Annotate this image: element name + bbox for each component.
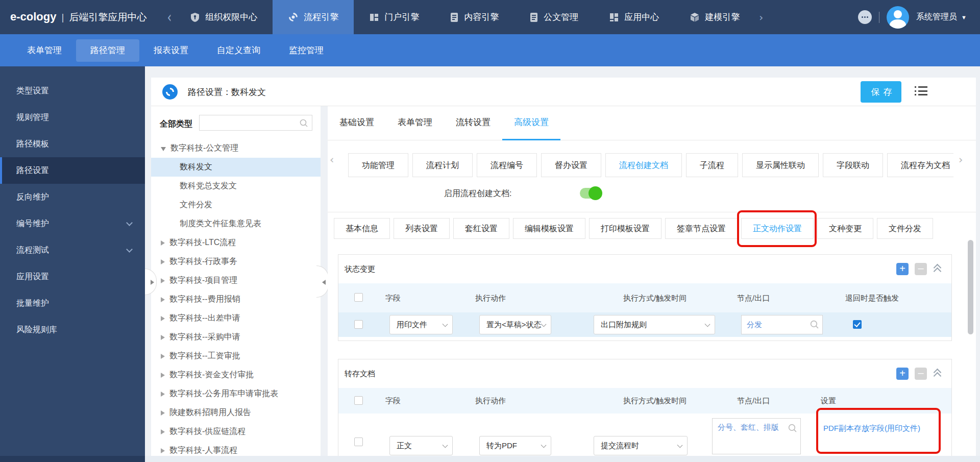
field-select[interactable]: 正文 — [389, 436, 453, 455]
caret-right-icon[interactable] — [161, 240, 165, 246]
collapse-section-icon[interactable] — [933, 368, 944, 379]
row-checkbox[interactable] — [354, 437, 363, 446]
tree-node-selected[interactable]: 数科发文 — [151, 158, 321, 177]
modulenav-item-form[interactable]: 表单管理 — [13, 39, 76, 62]
nav-forward-icon[interactable]: › — [755, 11, 767, 23]
tree-node[interactable]: 数字科技-供应链流程 — [151, 422, 321, 441]
subtab-field-linkage[interactable]: 字段联动 — [823, 153, 883, 177]
topnav-item-portal[interactable]: 门户引擎 — [354, 0, 434, 34]
tree-node[interactable]: 文件分发 — [151, 196, 321, 214]
topnav-item-content[interactable]: 内容引擎 — [434, 0, 514, 34]
doctab-edit-template[interactable]: 编辑模板设置 — [513, 218, 585, 239]
node-search-input[interactable]: 分发 — [741, 315, 823, 334]
select-all-checkbox[interactable] — [354, 396, 363, 405]
field-select[interactable]: 用印文件 — [389, 315, 453, 334]
doctab-basic-info[interactable]: 基本信息 — [334, 218, 390, 239]
tree-node[interactable]: 陕建数科招聘用人报告 — [151, 403, 321, 422]
enable-doc-toggle[interactable] — [580, 188, 601, 199]
tree-node[interactable]: 数字科技-LTC流程 — [151, 233, 321, 252]
subtab-flow-plan[interactable]: 流程计划 — [412, 153, 473, 177]
caret-right-icon[interactable] — [161, 297, 165, 302]
tree-node[interactable]: 数字科技-项目管理 — [151, 271, 321, 290]
topnav-item-workflow[interactable]: 流程引擎 — [273, 0, 354, 34]
sidebar-item-reverse-maint[interactable]: 反向维护 — [0, 184, 145, 210]
caret-right-icon[interactable] — [161, 429, 165, 434]
collapse-section-icon[interactable] — [933, 263, 944, 275]
subtab-save-as-doc[interactable]: 流程存为文档 — [887, 153, 953, 177]
tree-node[interactable]: 数字科技--出差申请 — [151, 309, 321, 328]
user-menu-caret-icon[interactable]: ▼ — [961, 14, 967, 20]
trigger-checkbox[interactable] — [853, 320, 862, 329]
more-options-icon[interactable] — [858, 10, 872, 24]
caret-right-icon[interactable] — [161, 278, 165, 283]
topnav-item-modeling[interactable]: 建模引擎 — [674, 0, 755, 34]
remove-row-button[interactable]: – — [915, 263, 927, 275]
doctab-list-settings[interactable]: 列表设置 — [394, 218, 450, 239]
method-select[interactable]: 出口附加规则 — [594, 315, 715, 334]
tab-form-mgmt[interactable]: 表单管理 — [386, 106, 444, 140]
caret-right-icon[interactable] — [161, 448, 165, 453]
modulenav-item-custom-query[interactable]: 自定义查询 — [203, 39, 275, 62]
doctab-body-action[interactable]: 正文动作设置 — [741, 218, 814, 239]
caret-right-icon[interactable] — [161, 259, 165, 264]
row-checkbox[interactable] — [354, 320, 363, 329]
caret-right-icon[interactable] — [161, 335, 165, 340]
tree-node[interactable]: 数字科技-资金支付审批 — [151, 366, 321, 384]
tree-node[interactable]: 制度类文件征集意见表 — [151, 214, 321, 233]
tree-search-input[interactable] — [199, 115, 312, 131]
doctab-doctype-change[interactable]: 文种变更 — [817, 218, 873, 239]
remove-row-button[interactable]: – — [915, 368, 927, 380]
sidebar-item-rule-mgmt[interactable]: 规则管理 — [0, 104, 145, 131]
add-row-button[interactable]: + — [896, 368, 909, 380]
tree-node[interactable]: 数字科技--工资审批 — [151, 347, 321, 366]
topnav-item-official-doc[interactable]: 公文管理 — [514, 0, 594, 34]
tree-node[interactable]: 数字科技--采购申请 — [151, 328, 321, 347]
tab-flow-settings[interactable]: 流转设置 — [444, 106, 502, 140]
subtab-flow-number[interactable]: 流程编号 — [477, 153, 537, 177]
sidebar-item-path-settings[interactable]: 路径设置 — [0, 157, 145, 184]
add-row-button[interactable]: + — [896, 263, 909, 275]
action-select[interactable]: 置为<草稿>状态 — [479, 315, 551, 334]
subtab-subflow[interactable]: 子流程 — [686, 153, 738, 177]
sidebar-item-number-maint[interactable]: 编号维护 — [0, 210, 145, 237]
modulenav-item-report[interactable]: 报表设置 — [139, 39, 203, 62]
scroll-right-icon[interactable]: › — [959, 154, 963, 166]
vertical-scrollbar[interactable] — [968, 240, 973, 334]
avatar[interactable] — [887, 6, 909, 29]
sidebar-item-workflow-test[interactable]: 流程测试 — [0, 237, 145, 263]
user-name[interactable]: 系统管理员 — [916, 12, 957, 22]
tree-filter-label[interactable]: 全部类型 — [160, 119, 192, 130]
action-select[interactable]: 转为PDF — [479, 436, 551, 455]
subtab-display-linkage[interactable]: 显示属性联动 — [742, 153, 819, 177]
subtab-flow-create-doc[interactable]: 流程创建文档 — [605, 153, 682, 177]
tree-collapse-handle[interactable] — [316, 265, 329, 298]
topnav-item-org[interactable]: 组织权限中心 — [175, 0, 273, 34]
tab-advanced-settings[interactable]: 高级设置 — [502, 106, 560, 140]
subtab-function-mgmt[interactable]: 功能管理 — [348, 153, 408, 177]
caret-right-icon[interactable] — [161, 392, 165, 397]
topnav-item-app-center[interactable]: 应用中心 — [594, 0, 674, 34]
doctab-red-header[interactable]: 套红设置 — [453, 218, 509, 239]
tree-node[interactable]: 数科党总支发文 — [151, 177, 321, 196]
caret-down-icon[interactable] — [161, 147, 166, 151]
caret-right-icon[interactable] — [161, 354, 165, 359]
doctab-file-dispatch[interactable]: 文件分发 — [877, 218, 933, 239]
modulenav-item-monitor[interactable]: 监控管理 — [275, 39, 338, 62]
caret-right-icon[interactable] — [161, 373, 165, 378]
tree-node[interactable]: 数字科技-行政事务 — [151, 252, 321, 271]
tree-node[interactable]: 数字科技--费用报销 — [151, 290, 321, 309]
scroll-left-icon[interactable]: ‹ — [330, 154, 334, 166]
sidebar-item-type-settings[interactable]: 类型设置 — [0, 78, 145, 104]
tree-node[interactable]: 数字科技-公务用车申请审批表 — [151, 384, 321, 403]
modulenav-item-path[interactable]: 路径管理 — [76, 39, 139, 62]
subtab-supervise[interactable]: 督办设置 — [541, 153, 601, 177]
list-menu-icon[interactable] — [915, 86, 927, 98]
tab-basic-settings[interactable]: 基础设置 — [328, 106, 386, 140]
pdf-copy-field-link[interactable]: PDF副本存放字段(用印文件) — [823, 421, 924, 435]
caret-right-icon[interactable] — [161, 316, 165, 321]
method-select[interactable]: 提交流程时 — [594, 436, 688, 455]
tree-node[interactable]: 数字科技-公文管理 — [151, 139, 321, 158]
select-all-checkbox[interactable] — [354, 293, 363, 302]
save-button[interactable]: 保存 — [861, 81, 901, 103]
sidebar-item-risk-rules[interactable]: 风险规则库 — [0, 317, 145, 343]
